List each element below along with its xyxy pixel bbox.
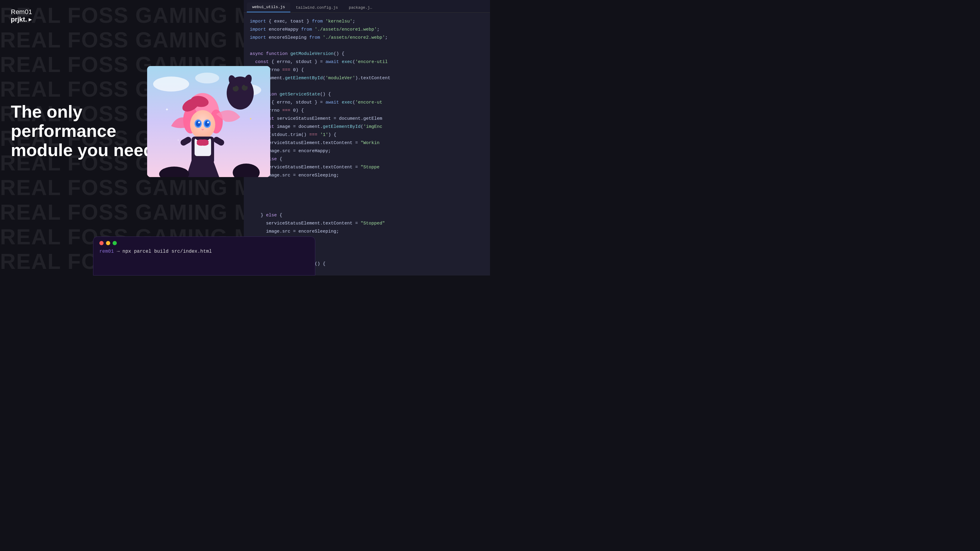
tab-tailwind-config[interactable]: tailwind.config.js xyxy=(290,3,343,12)
terminal-arrow: → xyxy=(117,249,123,254)
svg-text:✦: ✦ xyxy=(249,116,252,122)
logo-arrow-icon: ◄ xyxy=(28,16,33,23)
tab-webui-utils[interactable]: webui_utils.js xyxy=(247,2,290,12)
terminal-command-line: rem01 → npx parcel build src/index.html xyxy=(99,249,309,254)
anime-character-image: ✦ ✦ ✦ xyxy=(147,66,270,177)
anime-image-inner: ✦ ✦ ✦ xyxy=(147,66,270,177)
terminal-prompt: rem01 xyxy=(99,249,114,254)
svg-point-20 xyxy=(207,122,209,123)
svg-text:✦: ✦ xyxy=(165,106,169,113)
green-dot-icon[interactable] xyxy=(113,241,117,245)
hero-section: The only performance module you need. xyxy=(11,102,167,159)
hero-line2: module you need. xyxy=(11,140,159,160)
logo-prjkt: prjkt.◄ xyxy=(11,16,33,24)
hero-headline: The only performance module you need. xyxy=(11,102,167,159)
hero-line1: The only performance xyxy=(11,102,116,140)
svg-text:✦: ✦ xyxy=(177,138,179,142)
code-content: import { exec, toast } from 'kernelsu'; … xyxy=(244,13,490,184)
terminal-traffic-lights xyxy=(99,241,309,245)
terminal-command: npx parcel build src/index.html xyxy=(123,249,212,254)
yellow-dot-icon[interactable] xyxy=(106,241,110,245)
logo-rem: Rem01 xyxy=(11,8,33,16)
logo: Rem01 prjkt.◄ xyxy=(11,8,33,24)
svg-point-19 xyxy=(198,122,200,123)
svg-point-14 xyxy=(190,110,215,139)
red-dot-icon[interactable] xyxy=(99,241,103,245)
tab-package-json[interactable]: package.j… xyxy=(344,3,378,12)
code-panel: webui_utils.js tailwind.config.js packag… xyxy=(244,0,490,210)
logo-prjkt-text: prjkt. xyxy=(11,16,27,24)
svg-point-1 xyxy=(153,76,189,92)
svg-point-3 xyxy=(195,73,219,83)
tab-bar: webui_utils.js tailwind.config.js packag… xyxy=(244,0,490,13)
svg-point-18 xyxy=(205,121,210,127)
terminal-panel: rem01 → npx parcel build src/index.html xyxy=(93,237,315,275)
svg-point-17 xyxy=(196,121,200,127)
